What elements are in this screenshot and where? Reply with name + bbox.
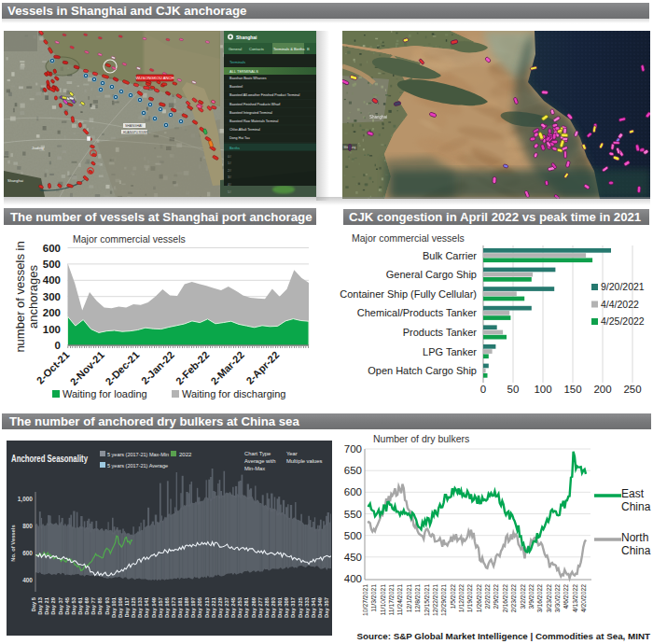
svg-text:2022: 2022 [179,452,192,457]
svg-text:Day 101: Day 101 [111,596,117,618]
svg-text:Day 317: Day 317 [290,597,296,618]
svg-text:3/23/2022: 3/23/2022 [546,584,552,612]
svg-text:Products Tanker: Products Tanker [403,327,478,338]
svg-text:anchorages: anchorages [26,265,40,329]
svg-text:Day 37: Day 37 [58,597,63,615]
svg-text:Day 29: Day 29 [50,596,56,614]
svg-text:Terminals & Berths: Terminals & Berths [273,47,305,51]
svg-text:Day 253: Day 253 [237,596,243,618]
svg-text:Chemical/Products Tanker: Chemical/Products Tanker [357,307,478,318]
svg-text:2-Jan-22: 2-Jan-22 [139,349,176,386]
svg-text:Day 261: Day 261 [243,596,249,618]
svg-text:5 years (2017-21) Max-Min: 5 years (2017-21) Max-Min [107,452,169,457]
svg-text:Day 13: Day 13 [37,596,43,614]
svg-text:Shanghai: Shanghai [236,35,257,40]
svg-text:2/16/2022: 2/16/2022 [502,584,508,612]
svg-text:Day 285: Day 285 [264,596,270,618]
svg-text:Day 325: Day 325 [298,596,303,618]
svg-text:2#: 2# [228,169,231,173]
svg-text:9/20/2021: 9/20/2021 [601,281,645,292]
svg-text:Dong Hai Tau: Dong Hai Tau [229,136,250,140]
svg-text:2/23/2022: 2/23/2022 [510,584,517,612]
svg-text:4/4/2022: 4/4/2022 [601,299,639,310]
svg-text:150: 150 [563,384,581,395]
svg-text:50: 50 [507,384,520,395]
svg-text:600: 600 [344,486,362,497]
svg-text:Day 181: Day 181 [177,596,183,618]
svg-text:1/5/2022: 1/5/2022 [450,584,456,609]
svg-text:Day 341: Day 341 [311,596,316,618]
svg-text:EastChina: EastChina [621,487,651,513]
svg-text:1#: 1# [228,161,231,165]
svg-text:Day 69: Day 69 [84,596,90,614]
svg-text:2-Feb-22: 2-Feb-22 [174,349,211,386]
svg-text:400: 400 [22,577,33,583]
svg-text:100: 100 [43,324,61,335]
svg-text:Day 53: Day 53 [71,596,76,614]
svg-text:4/13/2022: 4/13/2022 [572,584,578,612]
svg-text:Day 205: Day 205 [197,596,202,618]
svg-text:Day 221: Day 221 [211,596,216,618]
svg-text:Day 133: Day 133 [137,596,143,618]
svg-text:200: 200 [593,384,611,395]
svg-text:Chart Type: Chart Type [244,451,271,456]
svg-text:Day 157: Day 157 [158,597,163,618]
svg-text:4/6/2022: 4/6/2022 [563,584,569,609]
svg-text:Day 45: Day 45 [64,596,70,614]
svg-text:500: 500 [43,259,61,270]
svg-text:Day 125: Day 125 [131,596,136,618]
svg-text:Waiting for discharging: Waiting for discharging [182,388,285,399]
svg-text:Waiting for loading: Waiting for loading [63,388,147,399]
svg-text:Day 85: Day 85 [97,596,103,614]
svg-text:3/2/2022: 3/2/2022 [520,584,526,609]
svg-text:0: 0 [480,384,486,395]
svg-text:Year: Year [286,451,298,456]
svg-text:HUANGPU RIVER: HUANGPU RIVER [123,131,148,134]
svg-text:Day 269: Day 269 [251,596,257,618]
svg-text:400: 400 [43,274,61,286]
svg-text:11/10/2021: 11/10/2021 [380,584,386,616]
svg-text:500: 500 [344,530,362,541]
svg-text:11/17/2021: 11/17/2021 [388,584,395,616]
svg-text:Day 93: Day 93 [104,596,110,614]
svg-text:550: 550 [344,509,362,520]
svg-text:WUSONGKOU ANCH: WUSONGKOU ANCH [135,76,174,80]
svg-text:Open Hatch Cargo Ship: Open Hatch Cargo Ship [368,365,477,376]
svg-text:Min-Max: Min-Max [244,466,265,471]
svg-text:Jiading: Jiading [32,146,44,150]
svg-text:Day 357: Day 357 [324,597,329,618]
svg-text:2-Apr-22: 2-Apr-22 [243,349,281,386]
svg-text:Day 117: Day 117 [124,597,130,618]
svg-text:B: B [307,47,310,51]
svg-text:12/22/2021: 12/22/2021 [432,584,438,616]
svg-text:Day 21: Day 21 [44,596,49,614]
svg-text:450: 450 [344,552,362,563]
svg-text:2/9/2022: 2/9/2022 [493,584,499,609]
svg-text:1,000: 1,000 [18,496,34,503]
svg-text:Multiple values: Multiple values [286,458,322,464]
svg-text:Day 237: Day 237 [224,597,229,618]
svg-text:Contacts: Contacts [249,47,264,51]
svg-text:3/16/2022: 3/16/2022 [536,584,543,612]
svg-text:700: 700 [344,443,362,455]
svg-text:0: 0 [55,340,61,351]
svg-text:0#: 0# [228,155,231,159]
svg-text:2-Dec-21: 2-Dec-21 [104,349,142,387]
svg-text:Day 165: Day 165 [164,596,170,618]
svg-text:Berths: Berths [229,147,240,150]
svg-text:Day 333: Day 333 [304,596,310,618]
svg-text:Day 229: Day 229 [217,596,223,618]
svg-text:NorthChina: NorthChina [621,531,651,557]
svg-text:5 years (2017-21) Average: 5 years (2017-21) Average [107,463,168,469]
svg-text:650: 650 [344,465,362,476]
svg-text:Baosteel Raw Materials Termina: Baosteel Raw Materials Terminal [229,119,278,123]
svg-text:1/26/2022: 1/26/2022 [476,584,482,612]
svg-text:1/19/2022: 1/19/2022 [466,584,473,612]
svg-text:Major commercial vessels: Major commercial vessels [352,232,465,244]
svg-text:Chlor-Alkali Terminal: Chlor-Alkali Terminal [229,128,260,132]
svg-text:11/24/2021: 11/24/2021 [396,584,403,616]
svg-text:Baosteel Integrated Terminal: Baosteel Integrated Terminal [229,111,272,115]
svg-text:ALL TERMINALS: ALL TERMINALS [229,69,258,74]
svg-text:Day 109: Day 109 [118,596,123,618]
svg-text:12/15/2021: 12/15/2021 [424,584,430,616]
